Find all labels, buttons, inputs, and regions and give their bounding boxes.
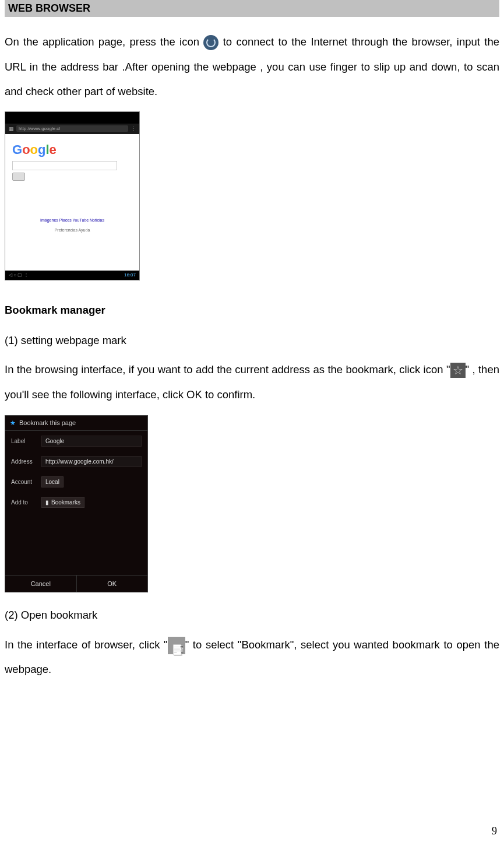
field-addto-value: ▮ Bookmarks (41, 497, 84, 508)
bookmarks-icon (168, 637, 185, 654)
nav-icons: ◁ ○ ▢ ⋮ (9, 272, 29, 278)
google-logo: Google (12, 142, 135, 157)
open-bookmark-paragraph: In the interface of browser, click "" to… (5, 633, 499, 682)
bookmark-folder-icon: ▮ (45, 499, 49, 506)
dialog-row-label: Label Google (5, 431, 147, 451)
dialog-row-address: Address http://www.google.com.hk/ (5, 451, 147, 472)
list-item-2: (2) Open bookmark (5, 603, 499, 628)
google-search-button (12, 173, 25, 181)
google-search-input (12, 161, 117, 170)
para1a: On the application page, press the icon (5, 36, 203, 48)
ok-button: OK (77, 576, 148, 592)
para2a: In the browsing interface, if you want t… (5, 363, 450, 376)
dialog-row-account: Account Local (5, 472, 147, 492)
menu-dots-icon: ⋮ (131, 126, 136, 132)
field-address-value: http://www.google.com.hk/ (41, 456, 142, 467)
google-footer: Preferencias Ayuda (10, 228, 135, 232)
dialog-buttons: Cancel OK (5, 575, 147, 592)
intro-paragraph: On the application page, press the icon … (5, 30, 499, 104)
android-navbar: ◁ ○ ▢ ⋮ 16:07 (5, 271, 139, 280)
browser-icon (203, 35, 218, 50)
section-header: WEB BROWSER (5, 0, 499, 17)
bookmark-add-paragraph: In the browsing interface, if you want t… (5, 357, 499, 407)
field-account-value: Local (41, 476, 64, 487)
page-number: 9 (492, 825, 497, 837)
google-page: Google Imágenes Places YouTube Noticias … (5, 134, 139, 232)
para3a: In the interface of browser, click " (5, 638, 168, 651)
url-text: http://www.google.cl (16, 125, 128, 132)
google-links: Imágenes Places YouTube Noticias (10, 218, 135, 222)
cancel-button: Cancel (5, 576, 77, 592)
field-label-value: Google (41, 436, 142, 447)
field-account-label: Account (11, 479, 41, 485)
list-item-1: (1) setting webpage mark (5, 328, 499, 353)
statusbar-black (5, 112, 139, 124)
page-icon: ▦ (9, 126, 14, 132)
field-address-label: Address (11, 458, 41, 465)
time-display: 16:07 (124, 272, 136, 278)
field-addto-label: Add to (11, 499, 41, 506)
browser-urlbar: ▦ http://www.google.cl ⋮ (5, 124, 139, 134)
star-icon: ☆ (450, 363, 466, 378)
bookmark-dialog-screenshot: Bookmark this page Label Google Address … (5, 415, 148, 592)
dialog-row-addto: Add to ▮ Bookmarks (5, 492, 147, 513)
dialog-title: Bookmark this page (5, 416, 147, 431)
browser-screenshot: ▦ http://www.google.cl ⋮ Google Imágenes… (5, 111, 140, 280)
subheading-bookmark: Bookmark manager (5, 304, 499, 317)
field-label-label: Label (11, 438, 41, 444)
addto-value-text: Bookmarks (51, 499, 80, 506)
